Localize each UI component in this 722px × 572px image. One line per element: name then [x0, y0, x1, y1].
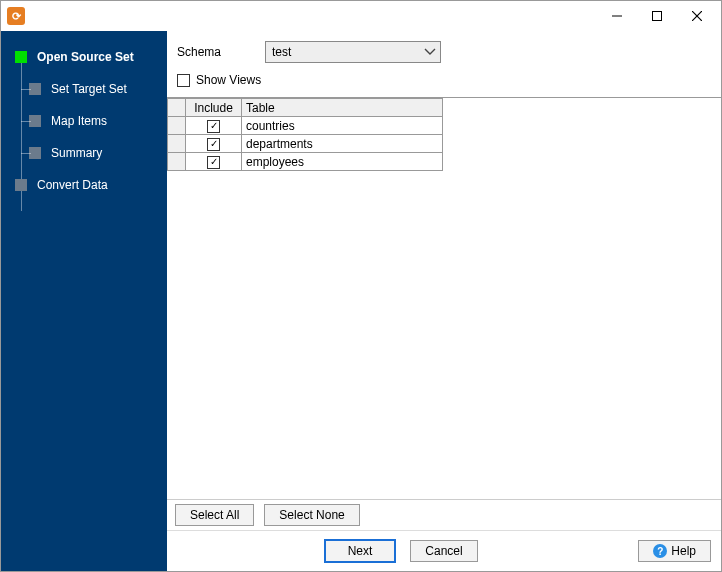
show-views-label: Show Views	[196, 73, 261, 87]
footer: Next Cancel ? Help	[167, 530, 721, 571]
table-row: employees	[168, 153, 443, 171]
app-icon: ⟳	[7, 7, 25, 25]
wizard-step-map-items[interactable]: Map Items	[1, 105, 167, 137]
step-label: Open Source Set	[37, 50, 134, 64]
content: Open Source SetSet Target SetMap ItemsSu…	[1, 31, 721, 571]
selection-bar: Select All Select None	[167, 499, 721, 530]
wizard-step-summary[interactable]: Summary	[1, 137, 167, 169]
col-table-header[interactable]: Table	[242, 99, 443, 117]
tables-grid: Include Table countriesdepartmentsemploy…	[167, 97, 721, 499]
step-label: Set Target Set	[51, 82, 127, 96]
help-button[interactable]: ? Help	[638, 540, 711, 562]
help-label: Help	[671, 544, 696, 558]
select-all-button[interactable]: Select All	[175, 504, 254, 526]
step-label: Map Items	[51, 114, 107, 128]
next-button[interactable]: Next	[324, 539, 397, 563]
include-checkbox[interactable]	[207, 156, 220, 169]
chevron-down-icon	[424, 46, 436, 58]
maximize-button[interactable]	[637, 2, 677, 30]
wizard-step-set-target-set[interactable]: Set Target Set	[1, 73, 167, 105]
form-area: Schema test Show Views	[167, 31, 721, 97]
include-checkbox[interactable]	[207, 138, 220, 151]
wizard-window: ⟳ Open Source SetSet Target SetMap Items…	[0, 0, 722, 572]
svg-rect-1	[653, 12, 662, 21]
row-header-blank	[168, 99, 186, 117]
schema-select[interactable]: test	[265, 41, 441, 63]
close-button[interactable]	[677, 2, 717, 30]
help-icon: ?	[653, 544, 667, 558]
row-header[interactable]	[168, 135, 186, 153]
schema-value: test	[272, 45, 291, 59]
step-label: Summary	[51, 146, 102, 160]
minimize-button[interactable]	[597, 2, 637, 30]
wizard-steps-sidebar: Open Source SetSet Target SetMap ItemsSu…	[1, 31, 167, 571]
main-panel: Schema test Show Views	[167, 31, 721, 571]
row-header[interactable]	[168, 117, 186, 135]
select-none-button[interactable]: Select None	[264, 504, 359, 526]
table-row: departments	[168, 135, 443, 153]
step-node-icon	[15, 51, 27, 63]
wizard-step-open-source-set[interactable]: Open Source Set	[1, 41, 167, 73]
include-checkbox[interactable]	[207, 120, 220, 133]
table-name-cell[interactable]: departments	[242, 135, 443, 153]
col-include-header[interactable]: Include	[186, 99, 242, 117]
schema-label: Schema	[177, 45, 265, 59]
table-row: countries	[168, 117, 443, 135]
table-name-cell[interactable]: employees	[242, 153, 443, 171]
cancel-button[interactable]: Cancel	[410, 540, 477, 562]
show-views-checkbox[interactable]	[177, 74, 190, 87]
step-label: Convert Data	[37, 178, 108, 192]
row-header[interactable]	[168, 153, 186, 171]
table-name-cell[interactable]: countries	[242, 117, 443, 135]
step-node-icon	[15, 179, 27, 191]
titlebar: ⟳	[1, 1, 721, 31]
wizard-step-convert-data[interactable]: Convert Data	[1, 169, 167, 201]
